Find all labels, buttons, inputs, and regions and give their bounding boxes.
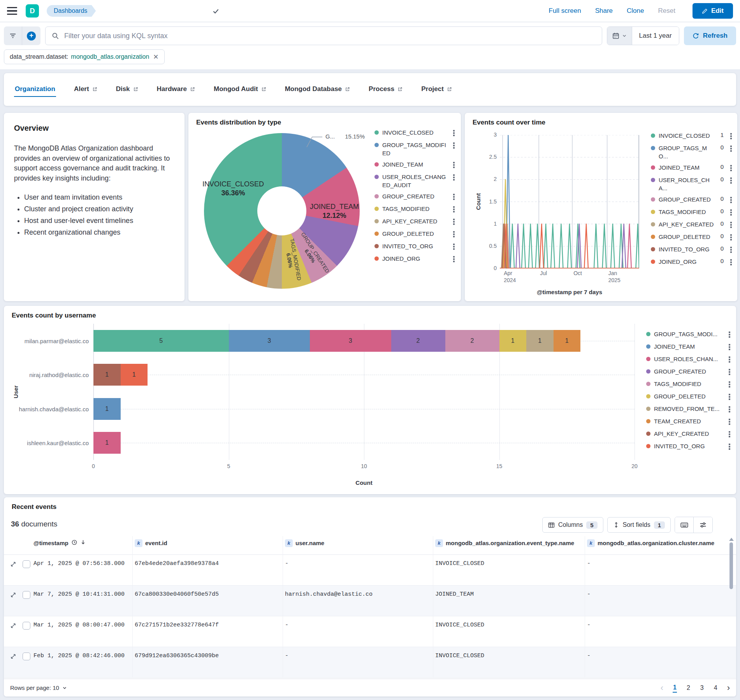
expand-row-button[interactable]	[10, 623, 16, 629]
tab-organization[interactable]: Organization	[14, 82, 56, 97]
bar-segment[interactable]: 1	[93, 364, 121, 386]
legend-menu-icon[interactable]	[728, 330, 731, 339]
legend-item[interactable]: GROUP_DELETED	[646, 392, 731, 402]
dataset-filter-pill[interactable]: data_stream.dataset: mongodb_atlas.organ…	[4, 49, 165, 64]
table-header-cluster[interactable]: kmongodb_atlas.organization.cluster.name	[587, 539, 726, 547]
legend-item[interactable]: TAGS_MODIFIED	[374, 205, 455, 214]
bar-segment[interactable]: 3	[229, 330, 310, 352]
legend-item[interactable]: TAGS_MODIFIED	[646, 380, 731, 389]
legend-menu-icon[interactable]	[452, 141, 455, 150]
legend-menu-icon[interactable]	[452, 173, 455, 182]
legend-item[interactable]: INVITED_TO_ORG	[374, 242, 455, 251]
page-number-4[interactable]: 4	[714, 684, 718, 692]
full-screen-button[interactable]: Full screen	[549, 7, 581, 15]
page-number-1[interactable]: 1	[673, 683, 677, 693]
legend-item[interactable]: JOINED_TEAM	[374, 160, 455, 170]
legend-menu-icon[interactable]	[452, 128, 455, 138]
legend-menu-icon[interactable]	[452, 254, 455, 264]
line-chart[interactable]	[500, 135, 639, 268]
tab-alert[interactable]: Alert	[73, 82, 98, 97]
legend-menu-icon[interactable]	[729, 176, 733, 185]
share-button[interactable]: Share	[595, 7, 613, 15]
legend-menu-icon[interactable]	[452, 217, 455, 226]
legend-item[interactable]: TEAM_CREATED	[646, 417, 731, 426]
page-number-3[interactable]: 3	[700, 684, 704, 692]
legend-menu-icon[interactable]	[452, 230, 455, 239]
refresh-button[interactable]: Refresh	[684, 26, 736, 45]
table-header-user[interactable]: kuser.name	[285, 539, 431, 547]
tab-mongod-audit[interactable]: Mongod Audit	[213, 82, 267, 97]
bar-segment[interactable]: 1	[554, 330, 581, 352]
expand-row-button[interactable]	[10, 561, 16, 567]
table-header-event_type[interactable]: kmongodb_atlas.organization.event_type.n…	[435, 539, 583, 547]
legend-item[interactable]: USER_ROLES_CHANGED_AUDIT	[374, 173, 455, 189]
legend-item[interactable]: JOINED_ORG	[374, 254, 455, 264]
table-header-timestamp[interactable]: @timestamp	[33, 539, 131, 547]
tab-disk[interactable]: Disk	[115, 82, 139, 97]
tab-mongod-database[interactable]: Mongod Database	[284, 82, 351, 97]
previous-page-button[interactable]: ‹	[661, 684, 663, 692]
bar-segment[interactable]: 2	[445, 330, 499, 352]
legend-menu-icon[interactable]	[729, 220, 733, 230]
legend-item[interactable]: INVOICE_CLOSED1	[651, 132, 733, 141]
legend-menu-icon[interactable]	[728, 342, 731, 352]
calendar-menu-button[interactable]	[607, 27, 632, 45]
bar-segment[interactable]: 3	[310, 330, 391, 352]
legend-item[interactable]: INVITED_TO_ORG	[646, 442, 731, 451]
bar-segment[interactable]: 1	[526, 330, 554, 352]
legend-menu-icon[interactable]	[452, 205, 455, 214]
row-checkbox[interactable]	[23, 560, 30, 568]
breadcrumb-current-dashboard[interactable]: [Logs MongoDB Atlas] Organization	[93, 5, 207, 17]
legend-menu-icon[interactable]	[728, 442, 731, 451]
bar-segment[interactable]: 1	[93, 432, 121, 454]
rows-per-page-button[interactable]: Rows per page: 10	[10, 684, 67, 691]
bar-segment[interactable]: 2	[391, 330, 445, 352]
row-checkbox[interactable]	[23, 622, 30, 630]
dashboards-app-avatar[interactable]: D	[26, 4, 39, 18]
legend-menu-icon[interactable]	[728, 367, 731, 377]
legend-menu-icon[interactable]	[452, 192, 455, 202]
legend-item[interactable]: USER_ROLES_CHAN...	[646, 355, 731, 364]
legend-item[interactable]: JOINED_TEAM0	[651, 163, 733, 173]
row-checkbox[interactable]	[23, 653, 30, 660]
tab-hardware[interactable]: Hardware	[156, 82, 196, 97]
expand-row-button[interactable]	[10, 592, 16, 598]
legend-item[interactable]: GROUP_TAGS_MO...0	[651, 144, 733, 160]
time-range-value[interactable]: Last 1 year	[632, 27, 679, 45]
remove-filter-icon[interactable]: ✕	[153, 53, 158, 61]
legend-item[interactable]: INVOICE_CLOSED	[374, 128, 455, 138]
display-options-button[interactable]	[694, 517, 712, 533]
legend-item[interactable]: TAGS_MODIFIED0	[651, 208, 733, 217]
legend-menu-icon[interactable]	[728, 355, 731, 364]
legend-menu-icon[interactable]	[729, 245, 733, 254]
legend-item[interactable]: INVITED_TO_ORG0	[651, 245, 733, 254]
scrollbar-up-arrow[interactable]	[729, 538, 734, 541]
legend-item[interactable]: JOINED_ORG0	[651, 258, 733, 267]
legend-menu-icon[interactable]	[729, 144, 733, 153]
bar-segment[interactable]: 1	[499, 330, 527, 352]
legend-menu-icon[interactable]	[729, 132, 733, 141]
legend-menu-icon[interactable]	[729, 258, 733, 267]
clone-button[interactable]: Clone	[627, 7, 644, 15]
keyboard-shortcuts-button[interactable]	[675, 517, 694, 533]
legend-menu-icon[interactable]	[728, 417, 731, 426]
legend-item[interactable]: GROUP_CREATED	[646, 367, 731, 377]
tab-process[interactable]: Process	[368, 82, 403, 97]
legend-menu-icon[interactable]	[728, 392, 731, 402]
filter-list-icon[interactable]	[4, 26, 22, 45]
page-number-2[interactable]: 2	[686, 684, 691, 692]
legend-menu-icon[interactable]	[452, 160, 455, 170]
add-filter-button[interactable]: +	[22, 26, 40, 45]
legend-menu-icon[interactable]	[728, 430, 731, 439]
legend-item[interactable]: USER_ROLES_CHA...0	[651, 176, 733, 192]
bar-segment[interactable]: 1	[93, 398, 121, 420]
legend-item[interactable]: REMOVED_FROM_TE...	[646, 405, 731, 414]
legend-menu-icon[interactable]	[728, 405, 731, 414]
legend-item[interactable]: API_KEY_CREATED	[646, 430, 731, 439]
columns-button[interactable]: Columns 5	[542, 517, 603, 533]
bar-segment[interactable]: 5	[93, 330, 229, 352]
kql-search-box[interactable]	[45, 26, 602, 45]
legend-item[interactable]: API_KEY_CREATED	[374, 217, 455, 226]
legend-item[interactable]: API_KEY_CREATED0	[651, 220, 733, 230]
bar-chart[interactable]: 533221111111	[93, 324, 635, 460]
